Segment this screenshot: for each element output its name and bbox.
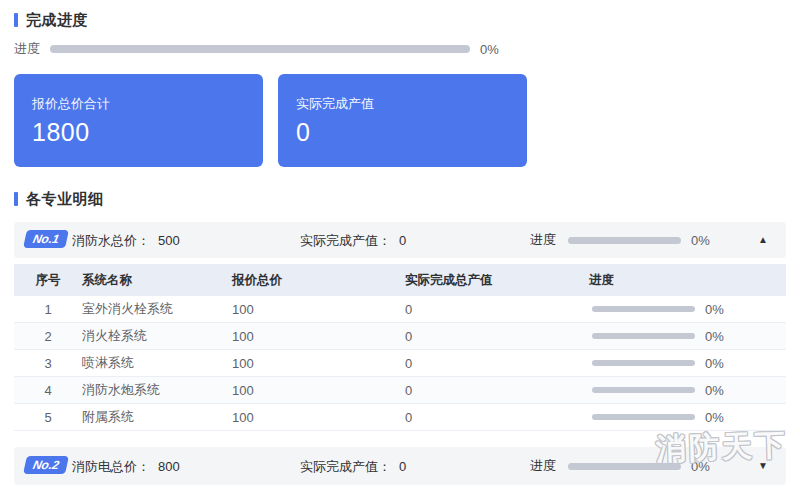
group-1-progress-bar <box>568 237 681 244</box>
header-actual-total: 实际完成总产值 <box>405 272 589 289</box>
row-progress-percent: 0% <box>705 356 724 371</box>
actual-output-card-value: 0 <box>296 118 509 147</box>
cell-progress: 0% <box>589 410 786 425</box>
header-progress: 进度 <box>589 272 786 289</box>
cell-system-name: 消火栓系统 <box>82 327 232 345</box>
details-section-title: 各专业明细 <box>14 191 786 207</box>
table-row: 3 喷淋系统 100 0 0% <box>14 350 786 377</box>
cell-no: 2 <box>14 329 82 344</box>
cell-no: 4 <box>14 383 82 398</box>
row-progress-percent: 0% <box>705 410 724 425</box>
section-title-text: 各专业明细 <box>26 190 104 209</box>
cell-quote: 100 <box>232 356 405 371</box>
progress-label: 进度 <box>14 40 40 58</box>
cell-progress: 0% <box>589 356 786 371</box>
accent-bar <box>14 13 18 27</box>
group-1-progress-label: 进度 <box>530 231 556 249</box>
cell-quote: 100 <box>232 302 405 317</box>
group-1-badge: No.1 <box>23 230 69 248</box>
group-1-progress: 进度 0% <box>530 231 710 249</box>
cell-system-name: 附属系统 <box>82 408 232 426</box>
group-1-actual-value: 0 <box>399 233 406 248</box>
collapse-arrow-icon[interactable]: ▲ <box>758 233 768 247</box>
cell-actual: 0 <box>405 356 589 371</box>
cell-system-name: 消防水炮系统 <box>82 381 232 399</box>
group-2-progress-percent: 0% <box>691 459 710 474</box>
cell-quote: 100 <box>232 383 405 398</box>
cell-no: 1 <box>14 302 82 317</box>
overall-progress-row: 进度 0% <box>14 42 786 56</box>
cell-quote: 100 <box>232 329 405 344</box>
quote-total-card-value: 1800 <box>32 118 245 147</box>
row-progress-bar <box>592 414 695 420</box>
group-1-total-label: 消防水总价： <box>72 233 150 248</box>
cell-no: 5 <box>14 410 82 425</box>
actual-output-card: 实际完成产值 0 <box>278 74 527 167</box>
row-progress-percent: 0% <box>705 329 724 344</box>
group-2-progress-label: 进度 <box>530 457 556 475</box>
cell-actual: 0 <box>405 302 589 317</box>
table-row: 2 消火栓系统 100 0 0% <box>14 323 786 350</box>
group-1-actual: 实际完成产值：0 <box>300 232 406 250</box>
completion-section-title: 完成进度 <box>14 12 786 28</box>
cell-progress: 0% <box>589 329 786 344</box>
table-row: 5 附属系统 100 0 0% <box>14 404 786 431</box>
row-progress-bar <box>592 306 695 312</box>
header-system-name: 系统名称 <box>82 272 232 289</box>
group-1-actual-label: 实际完成产值： <box>300 233 391 248</box>
cell-actual: 0 <box>405 329 589 344</box>
cell-progress: 0% <box>589 383 786 398</box>
group-1-header[interactable]: No.1 消防水总价：500 实际完成产值：0 进度 0% ▲ <box>14 222 786 258</box>
cell-actual: 0 <box>405 410 589 425</box>
group-2-total-value: 800 <box>158 459 180 474</box>
dashboard-page: 完成进度 进度 0% 报价总价合计 1800 实际完成产值 0 各专业明细 No… <box>0 0 800 485</box>
summary-cards: 报价总价合计 1800 实际完成产值 0 <box>14 74 786 167</box>
row-progress-bar <box>592 387 695 393</box>
cell-progress: 0% <box>589 302 786 317</box>
group-2-actual-label: 实际完成产值： <box>300 459 391 474</box>
cell-system-name: 喷淋系统 <box>82 354 232 372</box>
group-2-progress-bar <box>568 463 681 470</box>
actual-output-card-label: 实际完成产值 <box>296 95 509 113</box>
group-1-total-value: 500 <box>158 233 180 248</box>
group-2-total: 消防电总价：800 <box>72 458 180 476</box>
quote-total-card-label: 报价总价合计 <box>32 95 245 113</box>
group-2-total-label: 消防电总价： <box>72 459 150 474</box>
group-2-progress: 进度 0% <box>530 457 710 475</box>
cell-actual: 0 <box>405 383 589 398</box>
group-2-header[interactable]: No.2 消防电总价：800 实际完成产值：0 进度 0% ▼ <box>14 447 786 485</box>
overall-progress-percent: 0% <box>480 42 499 57</box>
group-2-actual: 实际完成产值：0 <box>300 458 406 476</box>
quote-total-card: 报价总价合计 1800 <box>14 74 263 167</box>
group-1-table: 序号 系统名称 报价总价 实际完成总产值 进度 1 室外消火栓系统 100 0 … <box>14 264 786 431</box>
row-progress-percent: 0% <box>705 383 724 398</box>
group-2-badge: No.2 <box>23 456 69 474</box>
table-row: 1 室外消火栓系统 100 0 0% <box>14 296 786 323</box>
table-row: 4 消防水炮系统 100 0 0% <box>14 377 786 404</box>
cell-quote: 100 <box>232 410 405 425</box>
table-header-row: 序号 系统名称 报价总价 实际完成总产值 进度 <box>14 264 786 296</box>
cell-no: 3 <box>14 356 82 371</box>
group-1-total: 消防水总价：500 <box>72 232 180 250</box>
row-progress-bar <box>592 333 695 339</box>
accent-bar <box>14 192 18 206</box>
row-progress-bar <box>592 360 695 366</box>
header-quote-total: 报价总价 <box>232 272 405 289</box>
cell-system-name: 室外消火栓系统 <box>82 300 232 318</box>
overall-progress-bar <box>50 45 470 53</box>
group-2-actual-value: 0 <box>399 459 406 474</box>
section-title-text: 完成进度 <box>26 11 88 30</box>
header-no: 序号 <box>14 272 82 289</box>
row-progress-percent: 0% <box>705 302 724 317</box>
expand-arrow-icon[interactable]: ▼ <box>758 459 768 473</box>
group-1-progress-percent: 0% <box>691 233 710 248</box>
